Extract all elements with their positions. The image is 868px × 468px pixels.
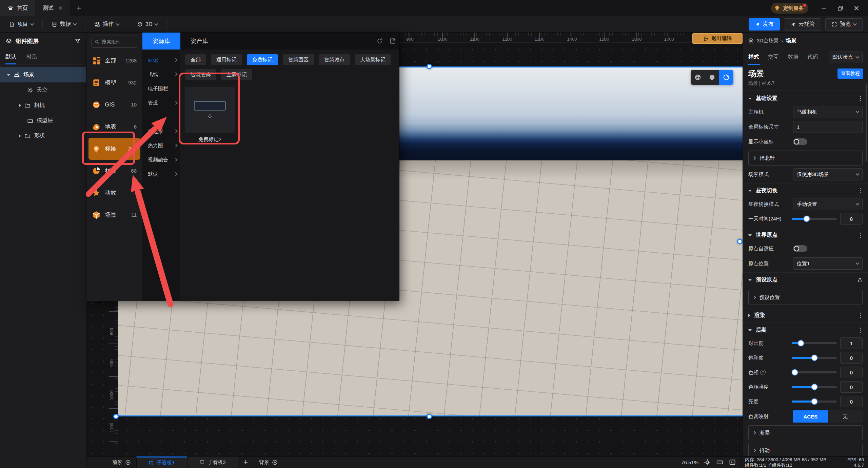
refresh-icon[interactable] xyxy=(373,33,386,50)
caret-down-icon[interactable] xyxy=(748,98,752,100)
zoom-level[interactable]: 76.51% xyxy=(681,460,698,465)
filter-chip-general[interactable]: 通用标记 xyxy=(211,54,242,65)
category-plot[interactable]: 标绘 213 xyxy=(88,138,140,160)
daynight-mode-select[interactable]: 手动设置 xyxy=(793,198,863,210)
tree-item-shapes[interactable]: 形状 xyxy=(0,128,86,143)
add-board-button[interactable]: + xyxy=(238,456,254,468)
close-window-icon[interactable] xyxy=(850,1,863,15)
tutorial-button[interactable]: 查看教程 xyxy=(837,69,863,79)
brightness-slider[interactable] xyxy=(792,401,837,403)
sidebar-tab-material[interactable]: 材质 xyxy=(26,53,37,60)
hue-slider[interactable] xyxy=(792,371,837,373)
submenu-video-fusion[interactable]: 视频融合 xyxy=(142,153,180,167)
section-preset-origin[interactable]: 预设原点 xyxy=(743,272,868,287)
circle-plus-icon[interactable] xyxy=(125,460,131,465)
category-model[interactable]: 模型 932 xyxy=(88,72,140,94)
caret-down-icon[interactable] xyxy=(748,279,752,281)
menu-3d[interactable]: 3D xyxy=(128,19,167,30)
breadcrumb-root[interactable]: 3D空场景 xyxy=(757,38,778,44)
show-axis-toggle[interactable] xyxy=(793,138,807,145)
state-select[interactable]: 默认状态 xyxy=(829,52,863,63)
publish-button[interactable]: 发布 xyxy=(749,18,780,31)
submenu-marker[interactable]: 标记 xyxy=(142,53,180,67)
category-animation[interactable]: 动效 xyxy=(88,182,140,204)
tab-asset-library[interactable]: 资产库 xyxy=(180,33,218,50)
help-icon[interactable]: ? xyxy=(760,370,766,375)
foreground-layer-button[interactable]: 前景 xyxy=(107,456,136,468)
board-tab-1[interactable]: 子看板1 xyxy=(136,456,187,468)
background-layer-button[interactable]: 背景 xyxy=(254,456,283,468)
board-tab-2[interactable]: 子看板2 xyxy=(187,456,238,468)
filter-chip-pipe-gallery[interactable]: 智慧管廊 xyxy=(185,69,216,80)
section-render[interactable]: 渲染 xyxy=(743,308,868,323)
menu-project[interactable]: 项目 xyxy=(0,19,43,30)
category-gis[interactable]: GIS 10 xyxy=(88,94,140,116)
origin-position-select[interactable]: 位置1 xyxy=(793,257,863,270)
category-material[interactable]: 材质 68 xyxy=(88,160,140,182)
wireframe-sphere-icon[interactable] xyxy=(691,70,705,85)
main-camera-select[interactable]: 鸟瞰相机 xyxy=(793,106,863,118)
more-menu-icon[interactable] xyxy=(859,187,863,195)
caret-right-icon[interactable] xyxy=(19,104,21,107)
section-day-night[interactable]: 昼夜切换 xyxy=(743,183,868,198)
brightness-value[interactable]: 0 xyxy=(840,396,863,407)
preset-position-collapse[interactable]: 预设位置 xyxy=(748,290,863,305)
tree-item-sky[interactable]: 天空 xyxy=(0,82,86,98)
filter-chip-city[interactable]: 智慧城市 xyxy=(319,54,350,65)
tree-item-scene[interactable]: 场景 xyxy=(0,67,86,82)
menu-operate[interactable]: 操作 xyxy=(85,19,128,30)
submenu-polygon[interactable]: 多边形 xyxy=(142,124,180,138)
contrast-slider[interactable] xyxy=(792,342,837,344)
circle-plus-icon[interactable] xyxy=(272,460,278,465)
caret-down-icon[interactable] xyxy=(748,329,752,331)
close-tab-icon[interactable]: ✕ xyxy=(58,5,63,11)
keyboard-icon[interactable] xyxy=(716,459,724,466)
minimize-icon[interactable] xyxy=(817,1,831,15)
compass-collapse[interactable]: 指北针 xyxy=(748,151,863,165)
submenu-flyline[interactable]: 飞线 xyxy=(142,67,180,81)
tab-style[interactable]: 样式 xyxy=(748,54,759,61)
selection-handle-bottom-left[interactable] xyxy=(113,414,119,419)
section-basic-settings[interactable]: 基础设置 xyxy=(743,91,868,106)
search-input-wrap[interactable] xyxy=(92,36,137,48)
category-scene[interactable]: 场景 11 xyxy=(88,204,140,226)
selection-handle-right[interactable] xyxy=(737,239,743,244)
hue-value[interactable]: 0 xyxy=(840,367,863,378)
shaded-sphere-icon[interactable] xyxy=(719,70,733,85)
new-tab-button[interactable]: + xyxy=(70,0,88,16)
vignette-collapse[interactable]: 渐晕 xyxy=(748,425,863,440)
more-menu-icon[interactable] xyxy=(859,95,863,102)
plot-size-input[interactable]: 1 xyxy=(793,121,863,133)
contrast-value[interactable]: 1 xyxy=(840,337,863,349)
filter-chip-large-scene[interactable]: 大场景标记 xyxy=(355,54,391,65)
saturation-value[interactable]: 0 xyxy=(840,352,863,364)
search-input[interactable] xyxy=(102,39,131,44)
caret-down-icon[interactable] xyxy=(748,234,752,236)
caret-down-icon[interactable] xyxy=(748,190,752,192)
filter-icon[interactable] xyxy=(75,38,81,44)
scene-mode-select[interactable]: 仅使用3D场景 xyxy=(793,168,863,180)
solid-sphere-icon[interactable] xyxy=(705,70,719,85)
tab-project[interactable]: 测试 ✕ xyxy=(35,0,70,16)
saturation-slider[interactable] xyxy=(792,357,837,359)
filter-chip-theme[interactable]: 主题标记 xyxy=(221,69,252,80)
more-menu-icon[interactable] xyxy=(859,326,863,334)
hue-strength-value[interactable]: 0 xyxy=(840,381,863,393)
filter-chip-park[interactable]: 智慧园区 xyxy=(283,54,314,65)
submenu-default[interactable]: 默认 xyxy=(142,167,180,181)
caret-down-icon[interactable] xyxy=(7,74,10,76)
terminal-icon[interactable] xyxy=(729,459,736,466)
custom-service-button[interactable]: 定制服务 xyxy=(771,3,808,14)
caret-right-icon[interactable] xyxy=(19,134,21,138)
tab-data[interactable]: 数据 xyxy=(788,54,798,61)
tab-code[interactable]: 代码 xyxy=(807,54,818,61)
time-value[interactable]: 8 xyxy=(840,213,863,225)
inspector-scrollbar[interactable] xyxy=(866,83,867,161)
tab-resource-library[interactable]: 资源库 xyxy=(142,33,180,50)
jitter-collapse[interactable]: 抖动 xyxy=(748,443,863,456)
section-post-processing[interactable]: 后期 xyxy=(743,323,868,337)
tree-item-model-layer[interactable]: 模型层 xyxy=(0,113,86,128)
filter-chip-all[interactable]: 全部 xyxy=(185,54,206,65)
tonemap-aces[interactable]: ACES xyxy=(793,410,828,423)
selection-handle-bottom[interactable] xyxy=(427,414,432,419)
